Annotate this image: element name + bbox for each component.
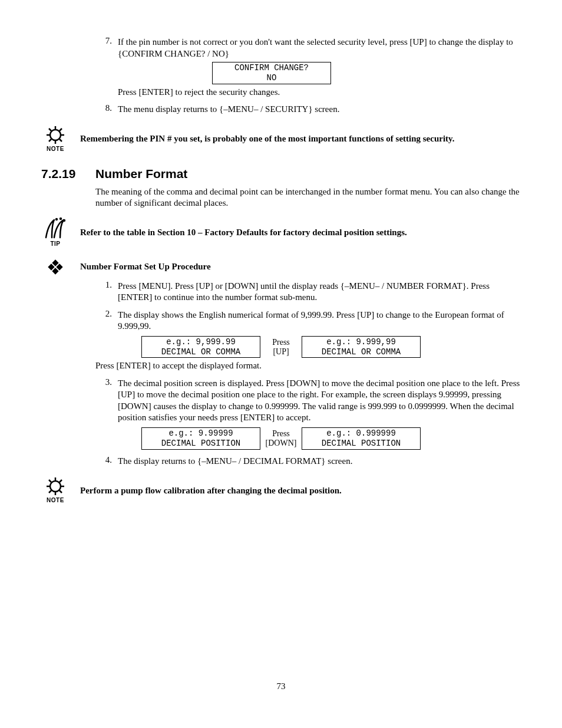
- tip-icon: TIP: [41, 218, 70, 248]
- svg-rect-14: [56, 263, 62, 270]
- lcd-display-confirm-change: CONFIRM CHANGE? NO: [212, 62, 331, 84]
- press-word: Press: [272, 429, 290, 439]
- svg-rect-12: [52, 259, 58, 266]
- key-name: [UP]: [273, 347, 289, 357]
- note-label: NOTE: [47, 496, 64, 504]
- list-number: 4.: [95, 454, 118, 470]
- lcd-display-decpos-before: e.g.: 9.99999 DECIMAL POSITION: [141, 427, 260, 450]
- list-text: Press [ENTER] to accept the displayed fo…: [95, 360, 521, 372]
- lcd-display-decimal-eu: e.g.: 9.999,99 DECIMAL OR COMMA: [302, 336, 421, 358]
- lcd-line: e.g.: 9.999,99: [302, 337, 420, 347]
- svg-point-10: [59, 218, 62, 220]
- list-item: 4. The display returns to {–MENU– / DECI…: [95, 454, 521, 470]
- ordered-list-procedure: 1. Press [MENU]. Press [UP] or [DOWN] un…: [95, 279, 521, 469]
- note-icon: NOTE: [41, 477, 70, 504]
- svg-rect-15: [52, 268, 58, 274]
- list-text: The display returns to {–MENU– / DECIMAL…: [118, 456, 521, 467]
- list-number: 1.: [95, 279, 118, 306]
- lcd-display-decimal-us: e.g.: 9,999.99 DECIMAL OR COMMA: [141, 336, 260, 358]
- svg-point-11: [63, 219, 65, 222]
- svg-line-8: [49, 139, 51, 141]
- list-number: 7.: [95, 35, 118, 100]
- list-text: Press [MENU]. Press [UP] or [DOWN] until…: [118, 281, 521, 304]
- list-item: 8. The menu display returns to {–MENU– /…: [95, 103, 521, 118]
- note-callout: NOTE Remembering the PIN # you set, is p…: [41, 126, 521, 153]
- svg-point-0: [50, 130, 61, 140]
- note-label: NOTE: [47, 145, 64, 153]
- heading-number: 7.2.19: [41, 166, 82, 182]
- list-item: 7. If the pin number is not correct or y…: [95, 35, 521, 100]
- lcd-line: DECIMAL OR COMMA: [302, 347, 420, 357]
- note-text: Perform a pump flow calibration after ch…: [80, 485, 521, 497]
- svg-point-16: [50, 481, 61, 492]
- svg-line-21: [49, 480, 51, 482]
- svg-line-22: [59, 490, 62, 493]
- lcd-display-decpos-after: e.g.: 0.999999 DECIMAL POSITION: [302, 427, 421, 450]
- list-text: The display shows the English numerical …: [118, 309, 521, 332]
- lcd-line: DECIMAL POSITION: [142, 439, 260, 449]
- svg-line-24: [49, 490, 51, 493]
- diamond-cluster-icon: [41, 258, 70, 276]
- svg-line-7: [59, 129, 62, 131]
- note-callout: NOTE Perform a pump flow calibration aft…: [41, 477, 521, 504]
- svg-line-6: [59, 139, 62, 141]
- section-heading: 7.2.19 Number Format: [41, 166, 521, 182]
- key-name: [DOWN]: [266, 439, 297, 448]
- list-text: The decimal position screen is displayed…: [118, 378, 521, 424]
- svg-line-5: [49, 129, 51, 131]
- note-text: Remembering the PIN # you set, is probab…: [80, 133, 521, 145]
- press-key-label: Press [DOWN]: [260, 427, 302, 450]
- lcd-line: DECIMAL POSITION: [302, 439, 420, 449]
- list-item: 2. The display shows the English numeric…: [95, 308, 521, 374]
- page-number: 73: [41, 681, 521, 693]
- tip-label: TIP: [50, 240, 60, 248]
- tip-text: Refer to the table in Section 10 – Facto…: [80, 227, 521, 239]
- section-intro: The meaning of the comma and decimal poi…: [95, 186, 521, 209]
- list-text: The menu display returns to {–MENU– / SE…: [118, 104, 521, 116]
- list-number: 8.: [95, 103, 118, 118]
- tip-callout: TIP Refer to the table in Section 10 – F…: [41, 218, 521, 248]
- procedure-title: Number Format Set Up Procedure: [80, 261, 211, 273]
- list-text: If the pin number is not correct or you …: [118, 37, 521, 60]
- procedure-heading: Number Format Set Up Procedure: [41, 258, 521, 276]
- svg-rect-13: [48, 263, 54, 270]
- list-text: Press [ENTER] to reject the security cha…: [118, 87, 521, 98]
- ordered-list-security-end: 7. If the pin number is not correct or y…: [95, 35, 521, 118]
- lcd-line: CONFIRM CHANGE?: [213, 63, 330, 73]
- list-number: 3.: [95, 377, 118, 452]
- svg-point-9: [55, 218, 58, 220]
- lcd-line: e.g.: 9.99999: [142, 429, 260, 439]
- lcd-line: NO: [213, 73, 330, 83]
- note-icon: NOTE: [41, 126, 70, 153]
- lcd-line: DECIMAL OR COMMA: [142, 347, 260, 357]
- heading-title: Number Format: [95, 166, 187, 182]
- press-word: Press: [272, 338, 290, 347]
- lcd-line: e.g.: 0.999999: [302, 429, 420, 439]
- list-item: 3. The decimal position screen is displa…: [95, 377, 521, 452]
- press-key-label: Press [UP]: [260, 336, 302, 358]
- list-item: 1. Press [MENU]. Press [UP] or [DOWN] un…: [95, 279, 521, 306]
- svg-line-23: [59, 480, 62, 482]
- lcd-line: e.g.: 9,999.99: [142, 337, 260, 347]
